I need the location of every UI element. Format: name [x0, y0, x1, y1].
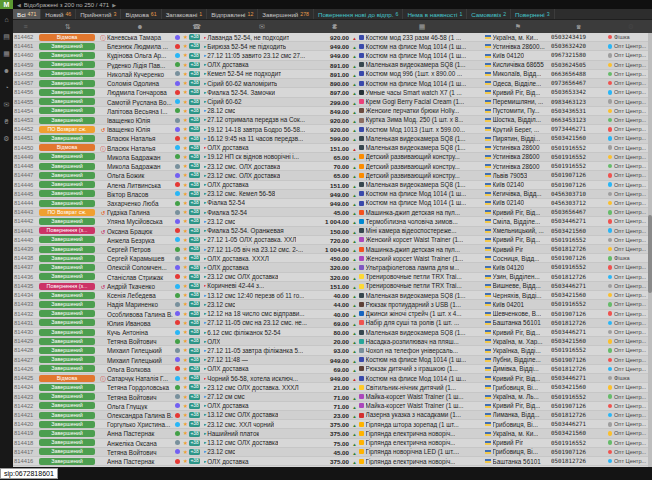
order-row[interactable]: 814449 Завершений Микола Бадражан ★ +38 … [13, 153, 652, 162]
messenger-icon[interactable] [175, 136, 180, 141]
customer-name[interactable]: Ксенія Лебедева [107, 291, 173, 299]
status-badge[interactable]: Завершений [39, 273, 95, 280]
messenger-icon[interactable] [175, 293, 180, 298]
order-row[interactable]: 814434 Завершений Ксенія Лебедева ★ +38 … [13, 291, 652, 300]
customer-name[interactable]: Іващенко Юлія [107, 116, 173, 124]
messenger-icon[interactable] [175, 118, 180, 123]
phone-column-icon[interactable]: ☎ [551, 23, 606, 31]
customer-phone[interactable]: 0501916552 [551, 346, 606, 354]
customer-phone[interactable]: 0503421560 [551, 291, 606, 299]
status-badge[interactable]: Завершений [39, 107, 95, 114]
status-badge[interactable]: Завершений [39, 264, 95, 271]
order-row[interactable]: 814427 Завершений Михаил Гилецький ★ +38… [13, 356, 652, 365]
messenger-icon[interactable] [175, 108, 180, 113]
customer-phone[interactable]: 0501916552 [551, 263, 606, 271]
messenger-icon[interactable] [175, 228, 180, 233]
order-row[interactable]: 814462 Відмова ⓘ Каневська Тамара ★ +38 … [13, 33, 652, 42]
customer-name[interactable]: Особливова Галина В... [107, 310, 173, 318]
clients-icon[interactable]: ☻ [3, 67, 10, 74]
customer-phone[interactable]: 0503656467 [551, 208, 606, 216]
customer-name[interactable]: Руденко Лідія Пав... [107, 61, 173, 69]
customer-name[interactable]: Сатарчук Наталія Г... [107, 374, 173, 382]
status-badge[interactable]: Завершений [39, 448, 95, 455]
customer-name[interactable]: Анжеліка Оксана [107, 439, 173, 447]
messenger-icon[interactable] [175, 219, 180, 224]
status-badge[interactable]: Відмова [39, 375, 95, 382]
customer-name[interactable]: Сергей Петров [107, 245, 173, 253]
messenger-icon[interactable] [175, 81, 180, 86]
status-badge[interactable]: Завершений [39, 458, 95, 465]
customer-name[interactable]: Алена Литвинська [107, 181, 173, 189]
messenger-icon[interactable] [175, 348, 180, 353]
status-badge[interactable]: Завершений [39, 172, 95, 179]
customer-name[interactable]: Олександра Галина В... [107, 411, 173, 419]
order-row[interactable]: 814447 Завершений Ольга Божик ★ +38 ▸23.… [13, 171, 652, 180]
customer-name[interactable]: Каневська Тамара [107, 33, 173, 41]
messenger-icon[interactable] [175, 431, 180, 436]
status-badge[interactable]: Завершений [39, 218, 95, 225]
customer-phone[interactable]: 0501907126 [551, 402, 606, 410]
messenger-icon[interactable] [175, 210, 180, 215]
customer-name[interactable]: Віктор Власов [107, 190, 173, 198]
status-badge[interactable]: Завершений [39, 135, 95, 142]
customer-phone[interactable]: 0663656488 [551, 70, 606, 78]
messenger-icon[interactable] [175, 173, 180, 178]
customer-name[interactable]: Ольга Глущук [107, 402, 173, 410]
status-badge[interactable]: Повернення (з... [39, 283, 95, 290]
reports-icon[interactable]: ◔ [4, 84, 8, 91]
customer-phone[interactable]: 0501916552 [551, 236, 606, 244]
status-badge[interactable]: Завершений [39, 246, 95, 253]
messenger-icon[interactable] [175, 154, 180, 159]
messenger-icon[interactable] [175, 247, 180, 252]
customer-phone[interactable]: 0503446271 [551, 328, 606, 336]
status-badge[interactable]: Завершений [39, 255, 95, 262]
customer-name[interactable]: Олексій Соломчен... [107, 263, 173, 271]
messenger-icon[interactable] [175, 99, 180, 104]
order-row[interactable]: 814421 Завершений Олександра Галина В...… [13, 411, 652, 420]
messenger-icon[interactable] [175, 403, 180, 408]
order-row[interactable]: 814437 Завершений Олексій Соломчен... ★ … [13, 263, 652, 272]
customer-name[interactable]: Захарченко Люба [107, 199, 173, 207]
order-row[interactable]: 814455 Завершений Самотій Руслана Во... … [13, 98, 652, 107]
customer-phone[interactable]: 0503446271 [551, 282, 606, 290]
messenger-icon[interactable] [175, 339, 180, 344]
customer-phone[interactable]: 0501907126 [551, 254, 606, 262]
customer-name[interactable]: Людмила Гончарова [107, 88, 173, 96]
filter-tab-Прийнятий[interactable]: Прийнятий 3 [76, 9, 121, 19]
customer-name[interactable]: Кудінова Ольга Ар... [107, 51, 173, 59]
customer-name[interactable]: Іващенко Юлія [107, 125, 173, 133]
customer-phone[interactable]: 0503446271 [551, 374, 606, 382]
settings-icon[interactable]: ⚙ [614, 23, 648, 31]
status-badge[interactable]: ПО Возврат сж. [39, 126, 95, 133]
filter-tab-Відправлені[interactable]: Відправлені 12 [207, 9, 258, 19]
customer-name[interactable]: Анжела Безрука [107, 236, 173, 244]
messenger-icon[interactable] [175, 284, 180, 289]
order-row[interactable]: 814430 Завершений Кучь Антоніна ★ +38 ▸6… [13, 328, 652, 337]
order-row[interactable]: 814422 Завершений Ольга Глущук ★ +38 ▸ОЛ… [13, 402, 652, 411]
order-row[interactable]: 814417 Завершений Тетяна Войтович ★ +38 … [13, 448, 652, 457]
messenger-icon[interactable] [175, 394, 180, 399]
order-row[interactable]: 814418 Завершений Анжеліка Оксана ★ +38 … [13, 439, 652, 448]
status-badge[interactable]: Завершений [39, 384, 95, 391]
messenger-icon[interactable] [175, 182, 180, 187]
customer-phone[interactable]: 0456303712 [551, 199, 606, 207]
customer-phone[interactable]: 0983463123 [551, 98, 606, 106]
messenger-icon[interactable] [175, 44, 180, 49]
order-row[interactable]: 814454 Завершений Лапітова Весьяна І... … [13, 107, 652, 116]
customer-name[interactable]: Анна Пастернак [107, 429, 173, 437]
status-badge[interactable]: Завершений [39, 301, 95, 308]
order-row[interactable]: 814423 Завершений Тетяна Войтович ★ +38 … [13, 393, 652, 402]
customer-name[interactable]: Надія Мариненко [107, 300, 173, 308]
filter-tab-Відмова[interactable]: Відмова 61 [121, 9, 161, 19]
order-row[interactable]: 814445 Завершений Віктор Власов ★ +38 ▸2… [13, 190, 652, 199]
orders-icon[interactable]: ▤ [3, 33, 10, 40]
customer-phone[interactable]: 0501907126 [551, 171, 606, 179]
finance-icon[interactable]: ₴ [5, 118, 9, 125]
customer-phone[interactable]: 0503421560 [551, 337, 606, 345]
customer-name[interactable]: Микола Бадражан [107, 162, 173, 170]
messenger-icon[interactable] [175, 376, 180, 381]
messenger-icon[interactable] [175, 191, 180, 196]
messenger-icon[interactable] [175, 440, 180, 445]
order-row[interactable]: 814419 Завершений Анна Пастернак ★ +38 ▸… [13, 429, 652, 438]
messenger-icon[interactable] [175, 71, 180, 76]
